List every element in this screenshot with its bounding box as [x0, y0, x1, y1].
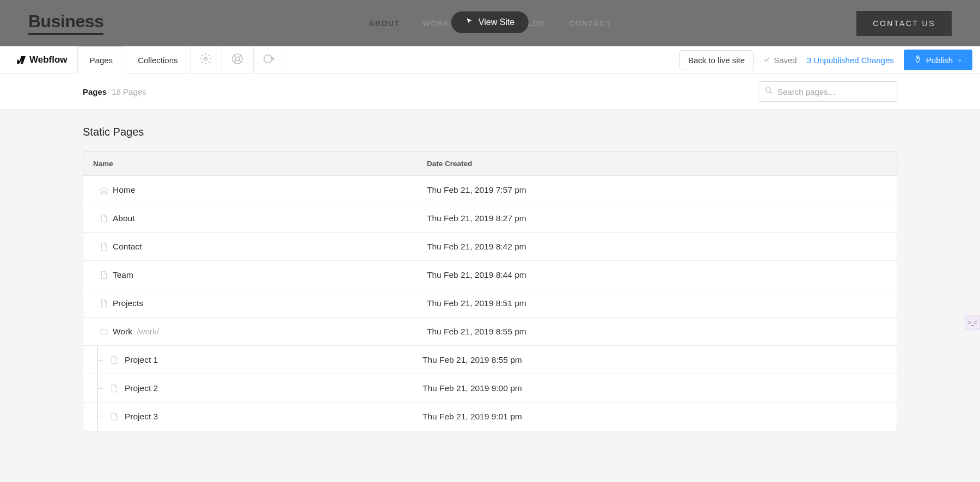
site-logo: Business	[28, 11, 103, 35]
table-row[interactable]: Project 1Thu Feb 21, 2019 8:55 pm	[83, 346, 897, 374]
settings-tab[interactable]	[191, 46, 222, 74]
page-icon	[83, 299, 113, 308]
gear-icon	[200, 53, 212, 67]
pages-table: Name Date Created HomeThu Feb 21, 2019 7…	[83, 151, 897, 431]
svg-point-4	[917, 58, 918, 59]
cursor-icon	[465, 17, 473, 27]
edge-widget-tab[interactable]: >_<	[965, 315, 980, 330]
svg-point-2	[235, 57, 239, 60]
table-row[interactable]: TeamThu Feb 21, 2019 8:44 pm	[83, 261, 897, 289]
publish-button[interactable]: Publish	[904, 50, 972, 70]
view-site-label: View Site	[479, 17, 514, 27]
logout-icon	[263, 53, 275, 67]
table-row[interactable]: Work/work/Thu Feb 21, 2019 8:55 pm	[83, 318, 897, 346]
saved-label: Saved	[774, 56, 797, 65]
page-name: Project 2	[125, 383, 422, 393]
pages-title: Pages	[83, 87, 107, 96]
page-name: Project 1	[125, 355, 422, 365]
page-date: Thu Feb 21, 2019 9:01 pm	[422, 412, 897, 422]
table-row[interactable]: Project 2Thu Feb 21, 2019 9:00 pm	[83, 374, 897, 402]
page-date: Thu Feb 21, 2019 8:55 pm	[427, 327, 897, 337]
static-pages-heading: Static Pages	[83, 126, 897, 138]
page-icon	[108, 412, 125, 421]
pages-count: 18 Pages	[112, 87, 146, 96]
nav-work[interactable]: WORK	[422, 19, 450, 28]
search-icon	[765, 87, 773, 97]
page-icon	[83, 186, 113, 194]
life-ring-icon	[231, 53, 243, 67]
table-row[interactable]: ContactThu Feb 21, 2019 8:42 pm	[83, 233, 897, 261]
column-name: Name	[83, 160, 427, 168]
svg-point-0	[204, 57, 207, 60]
table-header: Name Date Created	[83, 152, 897, 176]
page-name: About	[113, 213, 427, 223]
editor-toolbar: Webflow Pages Collections Back to live s…	[0, 46, 980, 74]
page-icon	[83, 271, 113, 279]
page-date: Thu Feb 21, 2019 8:27 pm	[427, 213, 897, 223]
publish-label: Publish	[926, 56, 953, 65]
svg-point-5	[766, 87, 771, 92]
tab-pages[interactable]: Pages	[77, 46, 126, 74]
table-row[interactable]: Project 3Thu Feb 21, 2019 9:01 pm	[83, 402, 897, 431]
page-date: Thu Feb 21, 2019 8:42 pm	[427, 242, 897, 252]
page-date: Thu Feb 21, 2019 8:44 pm	[427, 270, 897, 280]
view-site-button[interactable]: View Site	[451, 11, 529, 33]
contact-us-button[interactable]: CONTACT US	[856, 11, 952, 36]
nav-contact[interactable]: CONTACT	[569, 19, 611, 28]
unpublished-changes-link[interactable]: 3 Unpublished Changes	[807, 56, 894, 65]
table-row[interactable]: ProjectsThu Feb 21, 2019 8:51 pm	[83, 289, 897, 318]
page-icon	[83, 214, 113, 223]
rocket-icon	[914, 55, 922, 65]
page-name: Project 3	[125, 412, 422, 422]
page-name: Work/work/	[113, 327, 427, 337]
nav-about[interactable]: ABOUT	[369, 19, 400, 28]
help-tab[interactable]	[222, 46, 254, 74]
page-name: Team	[113, 270, 427, 280]
table-row[interactable]: HomeThu Feb 21, 2019 7:57 pm	[83, 176, 897, 204]
page-icon	[83, 327, 113, 336]
page-date: Thu Feb 21, 2019 8:55 pm	[422, 355, 897, 365]
check-icon	[763, 56, 770, 65]
search-pages-input[interactable]	[777, 87, 890, 96]
page-date: Thu Feb 21, 2019 7:57 pm	[427, 185, 897, 195]
svg-point-3	[264, 55, 272, 63]
editor-toolbar-right: Back to live site Saved 3 Unpublished Ch…	[679, 46, 980, 74]
page-name: Contact	[113, 242, 427, 252]
page-icon	[83, 242, 113, 251]
back-to-live-button[interactable]: Back to live site	[679, 50, 754, 70]
editor-tabs: Pages Collections	[77, 46, 285, 74]
page-icon	[108, 384, 125, 393]
page-date: Thu Feb 21, 2019 9:00 pm	[422, 383, 897, 393]
saved-indicator: Saved	[763, 56, 797, 65]
tab-collections[interactable]: Collections	[125, 46, 190, 74]
column-date: Date Created	[427, 160, 897, 168]
pages-content: Static Pages Name Date Created HomeThu F…	[0, 109, 980, 431]
page-icon	[108, 356, 125, 364]
pages-sub-header: Pages 18 Pages	[0, 74, 980, 109]
webflow-brand-text: Webflow	[29, 54, 68, 65]
search-pages-box[interactable]	[758, 81, 897, 102]
code-icon: >_<	[967, 320, 977, 326]
page-name: Projects	[113, 298, 427, 308]
chevron-down-icon	[957, 56, 963, 65]
page-date: Thu Feb 21, 2019 8:51 pm	[427, 298, 897, 308]
logout-tab[interactable]	[254, 46, 285, 74]
page-name: Home	[113, 185, 427, 195]
table-row[interactable]: AboutThu Feb 21, 2019 8:27 pm	[83, 204, 897, 233]
webflow-logo[interactable]: Webflow	[0, 46, 77, 74]
